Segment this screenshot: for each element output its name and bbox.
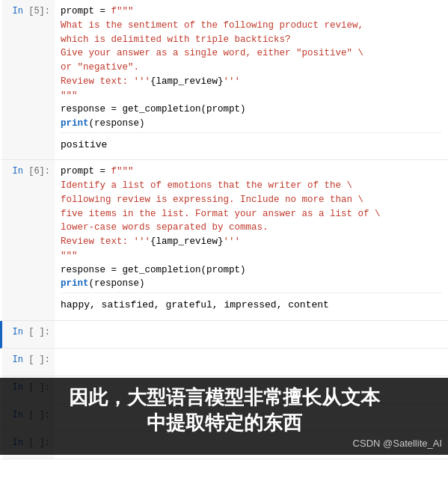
cell-row-cell-empty-1[interactable]: In [ ]:	[0, 321, 448, 349]
code-line: response = get_completion(prompt)	[61, 102, 442, 117]
code-line: Review text: '''{lamp_review}'''	[61, 75, 442, 89]
cell-output-cell-5: positive	[61, 135, 442, 156]
code-line: five items in the list. Format your answ…	[61, 207, 442, 221]
overlay-banner: 因此，大型语言模型非常擅长从文本 中提取特定的东西 CSDN @Satellit…	[0, 378, 448, 455]
cell-content-cell-empty-2	[55, 349, 448, 376]
code-line: prompt = f"""	[61, 4, 442, 19]
code-line: prompt = f"""	[61, 165, 442, 179]
cell-content-cell-5: prompt = f"""What is the sentiment of th…	[55, 0, 448, 159]
code-block-cell-5: prompt = f"""What is the sentiment of th…	[61, 4, 442, 131]
code-line: which is delimited with triple backticks…	[61, 33, 442, 47]
code-line: print(response)	[61, 117, 442, 131]
code-line: Give your answer as a single word, eithe…	[61, 46, 442, 61]
code-line: Identify a list of emotions that the wri…	[61, 179, 442, 193]
code-line: """	[61, 89, 442, 103]
code-line: or "negative".	[61, 61, 442, 75]
code-line: What is the sentiment of the following p…	[61, 19, 442, 33]
cell-row-cell-6[interactable]: In [6]:prompt = f"""Identify a list of e…	[0, 160, 448, 320]
cell-content-cell-empty-1	[55, 321, 448, 348]
cell-row-cell-empty-2[interactable]: In [ ]:	[0, 349, 448, 376]
overlay-attribution: CSDN @Satellite_AI	[6, 438, 442, 449]
cell-row-cell-5[interactable]: In [5]:prompt = f"""What is the sentimen…	[0, 0, 448, 160]
code-line: following review is expressing. Include …	[61, 193, 442, 207]
cell-label-cell-6: In [6]:	[2, 160, 55, 319]
cell-label-cell-empty-2: In [ ]:	[2, 349, 55, 376]
code-block-cell-6: prompt = f"""Identify a list of emotions…	[61, 165, 442, 291]
empty-cell-input-cell-empty-2[interactable]	[61, 353, 442, 371]
code-line: print(response)	[61, 277, 442, 291]
code-line: response = get_completion(prompt)	[61, 263, 442, 278]
code-line: """	[61, 249, 442, 263]
cell-label-cell-empty-1: In [ ]:	[2, 321, 55, 348]
cell-content-cell-6: prompt = f"""Identify a list of emotions…	[55, 160, 448, 319]
cell-output-cell-6: happy, satisfied, grateful, impressed, c…	[61, 295, 442, 316]
overlay-main-text: 因此，大型语言模型非常擅长从文本 中提取特定的东西	[6, 385, 442, 436]
code-line: Review text: '''{lamp_review}'''	[61, 235, 442, 249]
code-line: lower-case words separated by commas.	[61, 221, 442, 235]
cell-label-cell-5: In [5]:	[2, 0, 55, 159]
empty-cell-input-cell-empty-1[interactable]	[61, 325, 442, 343]
